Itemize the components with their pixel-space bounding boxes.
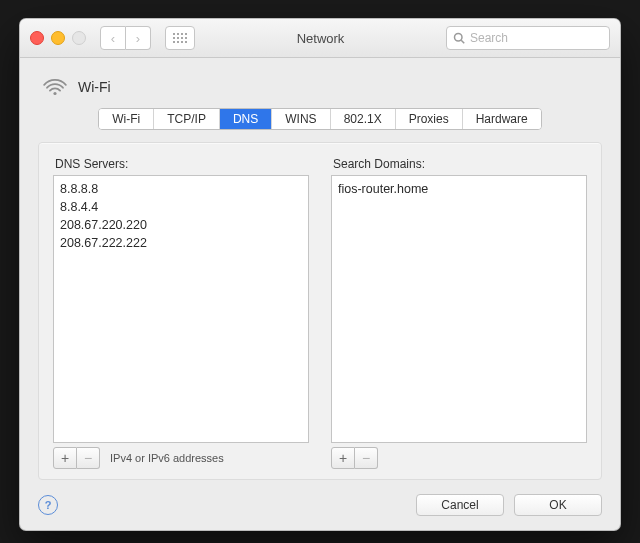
domain-add-remove: + −	[331, 447, 378, 469]
dns-server-entry[interactable]: 8.8.4.4	[60, 198, 302, 216]
dns-servers-label: DNS Servers:	[55, 157, 309, 171]
tab-tcp-ip[interactable]: TCP/IP	[154, 109, 220, 129]
dns-servers-column: DNS Servers: 8.8.8.88.8.4.4208.67.220.22…	[53, 157, 309, 469]
minus-icon: −	[362, 450, 370, 466]
footer: ? Cancel OK	[38, 494, 602, 516]
titlebar: ‹ › Network Search	[20, 19, 620, 58]
search-field[interactable]: Search	[446, 26, 610, 50]
plus-icon: +	[339, 450, 347, 466]
grid-icon	[173, 33, 187, 43]
tab-proxies[interactable]: Proxies	[396, 109, 463, 129]
window-controls	[30, 31, 86, 45]
interface-heading: Wi-Fi	[42, 76, 602, 98]
tab-802-1x[interactable]: 802.1X	[331, 109, 396, 129]
svg-point-2	[53, 92, 56, 95]
svg-point-0	[455, 34, 463, 42]
search-domains-label: Search Domains:	[333, 157, 587, 171]
search-icon	[453, 32, 465, 44]
nav-buttons: ‹ ›	[100, 26, 151, 50]
tab-wi-fi[interactable]: Wi-Fi	[99, 109, 154, 129]
wifi-icon	[42, 76, 68, 98]
network-prefs-window: ‹ › Network Search Wi-Fi Wi-FiTCP/IPDNSW…	[19, 18, 621, 531]
tabbar: Wi-FiTCP/IPDNSWINS802.1XProxiesHardware	[98, 108, 541, 130]
remove-domain-button[interactable]: −	[355, 447, 378, 469]
tab-hardware[interactable]: Hardware	[463, 109, 541, 129]
chevron-right-icon: ›	[136, 31, 140, 46]
dns-server-entry[interactable]: 208.67.220.220	[60, 216, 302, 234]
search-domains-list[interactable]: fios-router.home	[331, 175, 587, 443]
help-icon: ?	[45, 499, 52, 511]
tab-dns[interactable]: DNS	[220, 109, 272, 129]
cancel-button[interactable]: Cancel	[416, 494, 504, 516]
search-placeholder: Search	[470, 31, 508, 45]
close-window-button[interactable]	[30, 31, 44, 45]
minus-icon: −	[84, 450, 92, 466]
remove-dns-button[interactable]: −	[77, 447, 100, 469]
show-all-button[interactable]	[165, 26, 195, 50]
help-button[interactable]: ?	[38, 495, 58, 515]
interface-name: Wi-Fi	[78, 79, 111, 95]
ok-button[interactable]: OK	[514, 494, 602, 516]
zoom-window-button[interactable]	[72, 31, 86, 45]
chevron-left-icon: ‹	[111, 31, 115, 46]
dns-panel: DNS Servers: 8.8.8.88.8.4.4208.67.220.22…	[38, 142, 602, 480]
forward-button[interactable]: ›	[126, 26, 151, 50]
svg-line-1	[461, 40, 464, 43]
tabs-row: Wi-FiTCP/IPDNSWINS802.1XProxiesHardware	[38, 108, 602, 130]
add-dns-button[interactable]: +	[53, 447, 77, 469]
search-domain-entry[interactable]: fios-router.home	[338, 180, 580, 198]
content: Wi-Fi Wi-FiTCP/IPDNSWINS802.1XProxiesHar…	[20, 58, 620, 530]
back-button[interactable]: ‹	[100, 26, 126, 50]
add-domain-button[interactable]: +	[331, 447, 355, 469]
dns-server-entry[interactable]: 208.67.222.222	[60, 234, 302, 252]
dns-servers-list[interactable]: 8.8.8.88.8.4.4208.67.220.220208.67.222.2…	[53, 175, 309, 443]
tab-wins[interactable]: WINS	[272, 109, 330, 129]
dns-server-entry[interactable]: 8.8.8.8	[60, 180, 302, 198]
dns-add-remove: + −	[53, 447, 100, 469]
plus-icon: +	[61, 450, 69, 466]
dns-hint: IPv4 or IPv6 addresses	[110, 452, 224, 464]
search-domains-column: Search Domains: fios-router.home + −	[331, 157, 587, 469]
minimize-window-button[interactable]	[51, 31, 65, 45]
window-title: Network	[203, 31, 438, 46]
